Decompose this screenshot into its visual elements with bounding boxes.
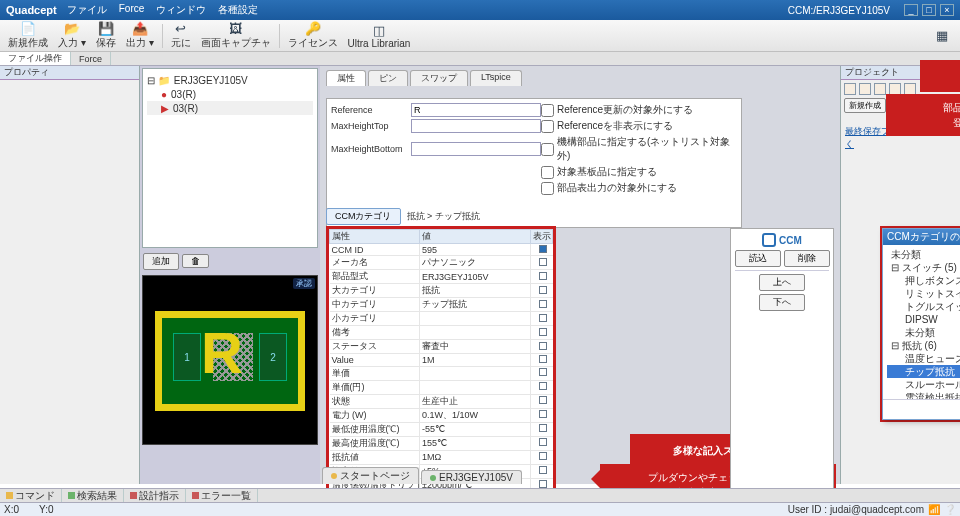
attr-row[interactable]: 中カテゴリチップ抵抗 — [330, 298, 553, 312]
ccm-tree-item[interactable]: チップ抵抗 — [887, 365, 960, 378]
ccm-category-button[interactable]: CCMカテゴリ — [326, 208, 401, 225]
attr-row[interactable]: 状態生産中止 — [330, 394, 553, 408]
reference-input[interactable] — [411, 103, 541, 117]
attr-row[interactable]: 備考 — [330, 326, 553, 340]
app-path: CCM:/ERJ3GEYJ105V — [788, 5, 890, 16]
ccm-down-button[interactable]: 下へ — [759, 294, 805, 311]
ribbon-undo[interactable]: ↩元に — [167, 22, 195, 50]
btab-errors[interactable]: エラー一覧 — [186, 489, 258, 503]
btab-command[interactable]: コマンド — [0, 489, 62, 503]
square-icon — [6, 492, 13, 499]
ccm-tree-item[interactable]: トグルスイッチ — [887, 300, 960, 313]
component-graphic: 1 2 R — [155, 311, 305, 411]
tree-item[interactable]: ●03(R) — [147, 87, 313, 101]
col-show: 表示 — [531, 230, 553, 244]
opt-target-board[interactable]: 対象基板品に指定する — [541, 165, 737, 179]
tree-item-selected[interactable]: ▶03(R) — [147, 101, 313, 115]
component-tree[interactable]: ⊟ 📁ERJ3GEYJ105V ●03(R) ▶03(R) — [142, 68, 318, 248]
square-icon — [68, 492, 75, 499]
tab-ltspice[interactable]: LTspice — [470, 70, 522, 86]
ccm-tree-item[interactable]: 押しボタンスイッチ — [887, 274, 960, 287]
ccm-tree-item[interactable]: 温度ヒューズ抵抗 — [887, 352, 960, 365]
footprint-preview[interactable]: 承認 1 2 R — [142, 275, 318, 445]
ccm-tree-item[interactable]: 未分類 — [887, 248, 960, 261]
status-user: User ID : judai@quadcept.com — [788, 504, 924, 515]
add-button[interactable]: 追加 — [143, 253, 179, 270]
tab-attributes[interactable]: 属性 — [326, 70, 366, 86]
status-sync-icon[interactable]: 📶 — [928, 504, 940, 515]
btab-search[interactable]: 検索結果 — [62, 489, 124, 503]
menu-window[interactable]: ウィンドウ — [156, 3, 206, 17]
tab-fileop[interactable]: ファイル操作 — [0, 52, 71, 65]
property-panel: プロパティ — [0, 66, 140, 484]
category-bar: CCMカテゴリ 抵抗 > チップ抵抗 — [326, 208, 480, 225]
ribbon-toolbar: 📄新規作成 📂入力 ▾ 💾保存 📤出力 ▾ ↩元に 🖼画面キャプチャ 🔑ライセン… — [0, 20, 960, 52]
attr-row[interactable]: Value1M — [330, 354, 553, 366]
opt-ref-hide[interactable]: Referenceを非表示にする — [541, 119, 737, 133]
attr-row[interactable]: 電力 (W)0.1W、1/10W — [330, 408, 553, 422]
tree-root[interactable]: ⊟ 📁ERJ3GEYJ105V — [147, 73, 313, 87]
ccm-tree-item[interactable]: DIPSW — [887, 313, 960, 326]
ribbon-apps[interactable]: ▦ — [928, 22, 956, 50]
remove-button[interactable]: 🗑 — [182, 254, 209, 268]
attr-row[interactable]: 抵抗値1MΩ — [330, 450, 553, 464]
attr-row[interactable]: 小カテゴリ — [330, 312, 553, 326]
attr-row[interactable]: 最高使用温度(℃)155℃ — [330, 436, 553, 450]
maxheighttop-input[interactable] — [411, 119, 541, 133]
attr-row[interactable]: 単価(円) — [330, 380, 553, 394]
attr-row[interactable]: 最低使用温度(℃)-55℃ — [330, 422, 553, 436]
approve-badge[interactable]: 承認 — [293, 278, 315, 289]
menu-force[interactable]: Force — [119, 3, 145, 17]
export-icon: 📤 — [132, 21, 148, 36]
attr-row[interactable]: 部品型式ERJ3GEYJ105V — [330, 270, 553, 284]
project-icon[interactable] — [859, 83, 871, 95]
ccm-tree-item[interactable]: 未分類 — [887, 326, 960, 339]
ccm-logo: CCM — [762, 233, 802, 247]
ribbon-new[interactable]: 📄新規作成 — [4, 22, 52, 50]
btab-instructions[interactable]: 設計指示 — [124, 489, 186, 503]
ribbon-ultralib[interactable]: ◫Ultra Librarian — [344, 22, 415, 50]
minimize-button[interactable]: _ — [904, 4, 918, 16]
project-icon[interactable] — [874, 83, 886, 95]
tab-pins[interactable]: ピン — [368, 70, 408, 86]
ccm-dialog-header[interactable]: CCMカテゴリの選択 × — [883, 229, 960, 245]
maximize-button[interactable]: □ — [922, 4, 936, 16]
ribbon-save[interactable]: 💾保存 — [92, 22, 120, 50]
ccm-tree-item[interactable]: 電流検出抵抗 — [887, 391, 960, 399]
ribbon-license[interactable]: 🔑ライセンス — [284, 22, 342, 50]
file-op-tabs: ファイル操作 Force — [0, 52, 960, 66]
ccm-dialog-tree[interactable]: 未分類⊟ スイッチ (5)押しボタンスイッチリミットスイッチトグルスイッチDIP… — [883, 245, 960, 399]
maxheightbottom-label: MaxHeightBottom — [331, 144, 411, 154]
opt-bom-exclude[interactable]: 部品表出力の対象外にする — [541, 181, 737, 195]
doctab-start[interactable]: スタートページ — [322, 467, 419, 484]
ccm-tree-item[interactable]: スルーホール面抵抗器(リード抵抗) — [887, 378, 960, 391]
attr-row[interactable]: 単価 — [330, 366, 553, 380]
attr-row[interactable]: メーカ名パナソニック — [330, 256, 553, 270]
opt-mech[interactable]: 機構部品に指定する(ネットリスト対象外) — [541, 135, 737, 163]
ccm-tree-item[interactable]: ⊟ 抵抗 (6) — [887, 339, 960, 352]
opt-ref-exclude[interactable]: Reference更新の対象外にする — [541, 103, 737, 117]
ribbon-capture[interactable]: 🖼画面キャプチャ — [197, 22, 275, 50]
tab-force[interactable]: Force — [71, 52, 111, 65]
ccm-tree-item[interactable]: リミットスイッチ — [887, 287, 960, 300]
ribbon-output[interactable]: 📤出力 ▾ — [122, 22, 158, 50]
project-icon[interactable] — [844, 83, 856, 95]
attr-row[interactable]: CCM ID595 — [330, 244, 553, 256]
title-bar: Quadcept ファイル Force ウィンドウ 各種設定 CCM:/ERJ3… — [0, 0, 960, 20]
menu-settings[interactable]: 各種設定 — [218, 3, 258, 17]
ccm-tree-item[interactable]: ⊟ スイッチ (5) — [887, 261, 960, 274]
status-help-icon[interactable]: ❔ — [944, 504, 956, 515]
ccm-read-button[interactable]: 読込 — [735, 250, 781, 267]
close-button[interactable]: × — [940, 4, 954, 16]
ccm-up-button[interactable]: 上へ — [759, 274, 805, 291]
maxheightbottom-input[interactable] — [411, 142, 541, 156]
doctab-part[interactable]: ERJ3GEYJ105V — [421, 470, 522, 484]
ccm-delete-button[interactable]: 削除 — [784, 250, 830, 267]
ultralib-icon: ◫ — [373, 23, 385, 38]
project-new-button[interactable]: 新規作成 — [844, 98, 886, 113]
attr-row[interactable]: ステータス審査中 — [330, 340, 553, 354]
tab-swap[interactable]: スワップ — [410, 70, 468, 86]
menu-file[interactable]: ファイル — [67, 3, 107, 17]
attr-row[interactable]: 大カテゴリ抵抗 — [330, 284, 553, 298]
ribbon-input[interactable]: 📂入力 ▾ — [54, 22, 90, 50]
